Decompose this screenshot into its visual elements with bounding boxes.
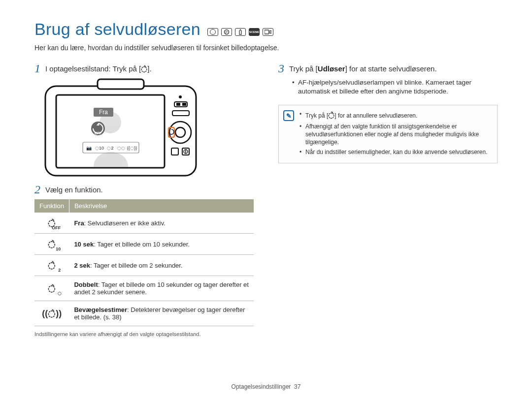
svg-text:((◌)): ((◌)) (127, 146, 137, 151)
step-1-text-a: I optagelsestilstand: Tryk på [ (45, 64, 141, 73)
row-desc: Fra: Selvudløseren er ikke aktiv. (69, 213, 254, 234)
page-title: Brug af selvudløseren (34, 20, 200, 39)
timer-motion-icon: ((◌̀)) (34, 301, 69, 326)
mode-video-icon (263, 28, 273, 36)
row-desc: Dobbelt: Tager et billede om 10 sekunder… (69, 276, 254, 301)
page-footer: Optagelsesindstillinger 37 (0, 383, 532, 390)
svg-rect-17 (176, 103, 180, 106)
timer-icon: ◌̀ (141, 64, 147, 73)
camera-illustration: Fra OFF 📷 ◌10 ◌2 ◌◌ ((◌)) (44, 78, 254, 177)
table-header-row: Funktion Beskrivelse (34, 199, 254, 213)
mode-scene-icon: SCENE (249, 28, 260, 36)
step-1-number: 1 (34, 62, 40, 74)
two-columns: 1 I optagelsestilstand: Tryk på [◌̀]. (34, 62, 498, 337)
row-desc: 2 sek: Tager et billede om 2 sekunder. (69, 255, 254, 276)
step-2: 2 Vælg en funktion. (34, 184, 254, 195)
note-icon: ✎ (279, 105, 299, 163)
function-table: Funktion Beskrivelse ◌̀OFF Fra: Selvudlø… (34, 199, 254, 326)
table-row: ((◌̀)) Bevægelsestimer: Detekterer bevæg… (34, 301, 254, 326)
left-column: 1 I optagelsestilstand: Tryk på [◌̀]. (34, 62, 254, 337)
svg-rect-4 (98, 79, 144, 89)
row-desc: 10 sek: Tager et billede om 10 sekunder. (69, 234, 254, 255)
table-footnote: Indstillingerne kan variere afhængigt af… (34, 331, 254, 337)
svg-text:◌10: ◌10 (95, 146, 104, 151)
row-desc: Bevægelsestimer: Detekterer bevægelser o… (69, 301, 254, 326)
timer-double-icon: ◌̀◌ (34, 276, 69, 301)
step-1-text-b: ]. (147, 64, 151, 73)
th-funktion: Funktion (34, 199, 69, 213)
svg-text:P: P (226, 31, 228, 34)
svg-rect-2 (265, 30, 269, 34)
timer-10s-icon: ◌̀10 (34, 234, 69, 255)
step-3-bullets: AF-hjælpelys/selvudløserlampen vil blink… (278, 78, 498, 96)
intro-text: Her kan du lære, hvordan du indstiller s… (34, 44, 498, 52)
table-row: ◌̀◌ Dobbelt: Tager et billede om 10 seku… (34, 276, 254, 301)
title-row: Brug af selvudløseren P SCENE (34, 20, 498, 39)
svg-text:◌◌: ◌◌ (117, 146, 125, 151)
manual-page: Brug af selvudløseren P SCENE Her kan du… (0, 0, 532, 401)
mode-program-icon: P (221, 28, 232, 36)
svg-point-15 (179, 95, 182, 98)
timer-2s-icon: ◌̀2 (34, 255, 69, 276)
step-3: 3 Tryk på [Udløser] for at starte selvud… (278, 62, 498, 74)
note-item: Når du indstiller seriemuligheder, kan d… (299, 148, 490, 156)
step-3-number: 3 (278, 62, 284, 74)
step-1: 1 I optagelsestilstand: Tryk på [◌̀]. (34, 62, 254, 74)
right-column: 3 Tryk på [Udløser] for at starte selvud… (278, 62, 498, 337)
svg-rect-18 (182, 103, 186, 106)
footer-page-number: 37 (294, 383, 300, 390)
mode-dual-is-icon (235, 28, 246, 36)
footer-section: Optagelsesindstillinger (232, 383, 291, 390)
title-mode-icons: P SCENE (207, 28, 273, 36)
note-box: ✎ Tryk på [◌̀] for at annullere selvudlø… (278, 105, 498, 163)
table-row: ◌̀2 2 sek: Tager et billede om 2 sekunde… (34, 255, 254, 276)
note-item: Afhængigt af den valgte funktion til ans… (299, 123, 490, 147)
table-row: ◌̀OFF Fra: Selvudløseren er ikke aktiv. (34, 213, 254, 234)
step-2-number: 2 (34, 184, 40, 195)
svg-text:◌2: ◌2 (107, 146, 113, 151)
timer-icon: ◌̀ (328, 111, 334, 119)
step-1-text: I optagelsestilstand: Tryk på [◌̀]. (45, 62, 152, 73)
timer-off-icon: ◌̀OFF (34, 213, 69, 234)
svg-text:📷: 📷 (86, 145, 92, 151)
table-row: ◌̀10 10 sek: Tager et billede om 10 seku… (34, 234, 254, 255)
step-2-text: Vælg en funktion. (45, 184, 103, 194)
note-list: Tryk på [◌̀] for at annullere selvudløse… (299, 105, 497, 163)
th-beskrivelse: Beskrivelse (69, 199, 254, 213)
mode-smart-icon (207, 28, 218, 36)
camera-ui-off-label: OFF (95, 131, 102, 135)
step-3-text: Tryk på [Udløser] for at starte selvudlø… (289, 62, 437, 73)
bullet-item: AF-hjælpelys/selvudløserlampen vil blink… (278, 78, 498, 96)
camera-ui-fra-label: Fra (99, 109, 108, 116)
note-item: Tryk på [◌̀] for at annullere selvudløse… (299, 110, 490, 120)
